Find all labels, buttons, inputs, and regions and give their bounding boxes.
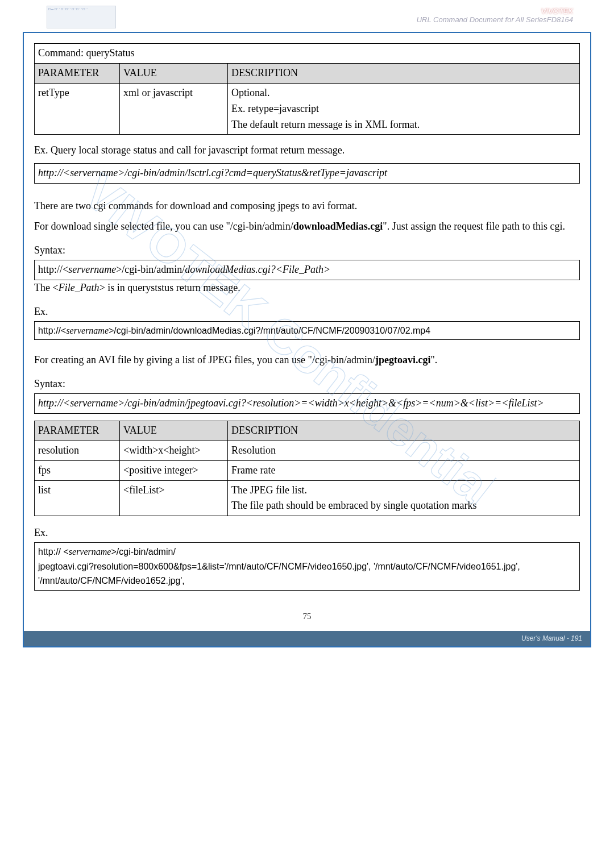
example-code: http:// <servername>/cgi-bin/admin/ jpeg… [34, 542, 580, 591]
desc-line: Ex. retype=javascript [231, 101, 576, 117]
example-code: http://<servername>/cgi-bin/admin/downlo… [34, 321, 580, 340]
header-titles: VIVOTEK URL Command Document for All Ser… [417, 7, 573, 24]
querystatus-param-table: PARAMETER VALUE DESCRIPTION retType xml … [34, 63, 580, 135]
cell-value: xml or javascript [120, 83, 228, 135]
example-label: Ex. [34, 304, 580, 320]
command-label: Command: queryStatus [34, 43, 580, 63]
table-row: resolution <width>x<height> Resolution [35, 441, 580, 460]
table-header-row: PARAMETER VALUE DESCRIPTION [35, 63, 580, 83]
doc-subtitle: URL Command Document for All SeriesFD816… [417, 15, 573, 24]
col-parameter: PARAMETER [35, 421, 120, 441]
desc-line: The default return message is in XML for… [231, 117, 576, 133]
manual-page-label: User's Manual - 191 [24, 631, 590, 646]
table-row: fps <positive integer> Frame rate [35, 460, 580, 480]
paragraph: For creating an AVI file by giving a lis… [34, 352, 580, 368]
cell-description: Optional. Ex. retype=javascript The defa… [228, 83, 580, 135]
example-label: Ex. [34, 525, 580, 541]
table-row: retType xml or javascript Optional. Ex. … [35, 83, 580, 135]
brand-text: VIVOTEK [541, 7, 573, 15]
syntax-code: http://<servername>/cgi-bin/admin/downlo… [34, 260, 580, 280]
syntax-code: http://<servername>/cgi-bin/admin/jpegto… [34, 393, 580, 414]
col-value: VALUE [120, 63, 228, 83]
example-heading: Ex. Query local storage status and call … [34, 143, 580, 159]
header-thumbnail: □ ─ □ · · □ · □ · · □ · □ · · □ · · [47, 6, 116, 28]
col-description: DESCRIPTION [228, 63, 580, 83]
col-description: DESCRIPTION [228, 421, 580, 441]
table-row: list <fileList> The JPEG file list. The … [35, 480, 580, 516]
paragraph: For download single selected file, you c… [34, 219, 580, 235]
syntax-label: Syntax: [34, 243, 580, 259]
cell-parameter: retType [35, 83, 120, 135]
page-number-inner: 75 [34, 605, 580, 631]
note-text: The <File_Path> is in queryststus return… [34, 280, 580, 296]
desc-line: Optional. [231, 85, 576, 101]
col-parameter: PARAMETER [35, 63, 120, 83]
col-value: VALUE [120, 421, 228, 441]
table-header-row: PARAMETER VALUE DESCRIPTION [35, 421, 580, 441]
example-code: http://<servername>/cgi-bin/admin/lsctrl… [34, 163, 580, 184]
jpegtoavi-param-table: PARAMETER VALUE DESCRIPTION resolution <… [34, 421, 580, 516]
syntax-label: Syntax: [34, 376, 580, 392]
paragraph: There are two cgi commands for download … [34, 198, 580, 214]
